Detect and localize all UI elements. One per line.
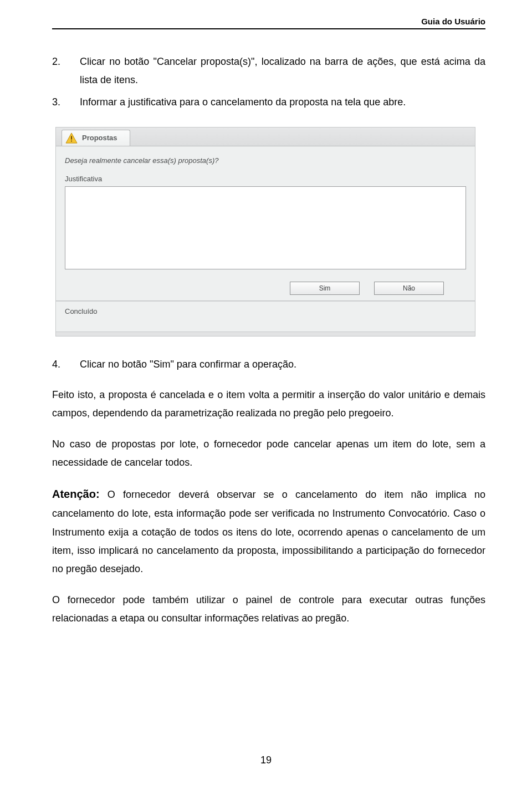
justificativa-textarea[interactable] — [65, 186, 466, 269]
warning-icon — [65, 132, 78, 144]
paragraph-2: No caso de propostas por lote, o fornece… — [52, 435, 485, 472]
step-2-number: 2. — [52, 53, 80, 90]
step-4-number: 4. — [52, 355, 80, 374]
paragraph-4: O fornecedor pode também utilizar o pain… — [52, 591, 485, 628]
step-2-text: Clicar no botão "Cancelar proposta(s)", … — [80, 53, 485, 90]
step-2: 2. Clicar no botão "Cancelar proposta(s)… — [52, 53, 485, 90]
paragraph-atencao: Atenção: O fornecedor deverá observar se… — [52, 484, 485, 578]
dialog-tab: Propostas — [62, 130, 130, 146]
dialog-screenshot: Propostas Deseja realmente cancelar essa… — [55, 127, 485, 337]
paragraph-3-text: O fornecedor deverá observar se o cancel… — [52, 489, 485, 574]
dialog-status-text: Concluído — [65, 307, 98, 315]
step-3-number: 3. — [52, 93, 80, 111]
dialog-button-row: Sim Não — [56, 277, 475, 300]
dialog-body: Deseja realmente cancelar essa(s) propos… — [56, 146, 475, 277]
step-4-text: Clicar no botão "Sim" para confirmar a o… — [80, 355, 485, 374]
dialog-titlebar: Propostas — [56, 128, 475, 146]
dialog-statusbar: Concluído — [56, 302, 475, 332]
nao-button[interactable]: Não — [374, 282, 444, 295]
dialog-window: Propostas Deseja realmente cancelar essa… — [55, 127, 475, 337]
atencao-label: Atenção: — [52, 488, 100, 500]
svg-rect-1 — [71, 136, 72, 139]
svg-rect-2 — [71, 140, 72, 141]
paragraph-1: Feito isto, a proposta é cancelada e o i… — [52, 386, 485, 423]
page-number: 19 — [0, 755, 532, 766]
dialog-title-text: Propostas — [82, 134, 117, 142]
justificativa-label: Justificativa — [65, 175, 466, 183]
step-3: 3. Informar a justificativa para o cance… — [52, 93, 485, 111]
header-title: Guia do Usuário — [52, 17, 485, 26]
step-4: 4. Clicar no botão "Sim" para confirmar … — [52, 355, 485, 374]
dialog-bottom-strip — [56, 332, 475, 336]
sim-button[interactable]: Sim — [290, 282, 360, 295]
step-3-text: Informar a justificativa para o cancelam… — [80, 93, 485, 111]
dialog-question: Deseja realmente cancelar essa(s) propos… — [65, 156, 466, 165]
header-divider — [52, 28, 485, 29]
